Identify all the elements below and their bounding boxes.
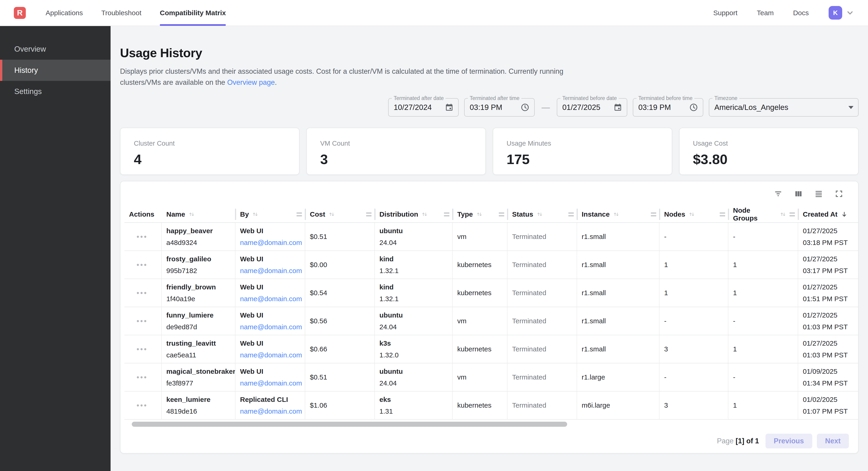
sort-icon[interactable] (536, 211, 544, 218)
calendar-icon[interactable] (445, 103, 454, 112)
column-header[interactable]: By (236, 206, 305, 223)
brand-logo[interactable]: R (14, 7, 26, 19)
user-email-link[interactable]: name@domain.com (240, 267, 302, 275)
column-menu-icon[interactable] (651, 212, 656, 216)
filter-field[interactable]: Terminated after time 03:19 PM (464, 98, 535, 117)
row-actions-button[interactable] (134, 290, 149, 296)
column-header[interactable]: Status (507, 206, 577, 223)
column-menu-icon[interactable] (568, 212, 574, 216)
filter-field-value[interactable]: 03:19 PM (470, 103, 502, 112)
node-groups-cell: - (728, 363, 798, 391)
node-groups-cell: 1 (728, 335, 798, 363)
filter-field-value[interactable]: 03:19 PM (638, 103, 671, 112)
status-cell: Terminated (507, 363, 577, 391)
filter-field[interactable]: Terminated before date 01/27/2025 (557, 98, 627, 117)
sort-icon[interactable] (188, 211, 195, 218)
calendar-icon[interactable] (614, 103, 622, 112)
row-actions-button[interactable] (134, 318, 149, 324)
sidebar-item[interactable]: Overview (0, 38, 111, 60)
distribution-name: ubuntu (379, 227, 450, 235)
created-by-source: Web UI (240, 255, 302, 263)
filter-button[interactable] (774, 189, 782, 198)
column-header[interactable]: Name (162, 206, 236, 223)
filter-field[interactable]: Terminated after date 10/27/2024 (388, 98, 459, 117)
by-cell: Web UI name@domain.com (236, 279, 305, 307)
clock-icon[interactable] (520, 103, 530, 112)
column-menu-icon[interactable] (720, 212, 725, 216)
user-email-link[interactable]: name@domain.com (240, 323, 302, 331)
row-actions-button[interactable] (134, 402, 149, 409)
date-range-separator: — (540, 102, 551, 112)
fullscreen-button[interactable] (835, 189, 843, 198)
distribution-cell: k3s 1.32.0 (375, 335, 453, 363)
clock-icon[interactable] (689, 103, 698, 112)
nav-tab[interactable]: Troubleshoot (101, 0, 142, 26)
sort-icon[interactable] (613, 211, 620, 218)
nodes-cell: - (659, 307, 728, 335)
sidebar-item[interactable]: History (0, 60, 111, 81)
column-header[interactable]: Actions (124, 206, 162, 223)
sidebar-item[interactable]: Settings (0, 81, 111, 102)
column-header[interactable]: Nodes (659, 206, 728, 223)
filter-field-value[interactable]: 10/27/2024 (394, 103, 432, 112)
user-email-link[interactable]: name@domain.com (240, 239, 302, 246)
nav-tab[interactable]: Applications (45, 0, 83, 26)
row-actions-button[interactable] (134, 262, 149, 268)
cost-value: $0.66 (310, 345, 372, 353)
user-email-link[interactable]: name@domain.com (240, 295, 302, 303)
top-navbar: R Applications Troubleshoot Compatibilit… (0, 0, 868, 26)
column-menu-icon[interactable] (789, 212, 795, 216)
column-header[interactable]: Distribution (375, 206, 453, 223)
nav-tab[interactable]: Compatibility Matrix (160, 0, 226, 26)
sort-desc-icon[interactable] (840, 210, 848, 218)
next-page-button[interactable]: Next (817, 434, 849, 448)
columns-button[interactable] (794, 189, 803, 198)
column-menu-icon[interactable] (366, 212, 372, 216)
user-email-link[interactable]: name@domain.com (240, 379, 302, 387)
filter-field[interactable]: Timezone America/Los_Angeles (709, 98, 859, 117)
instance-cell: r1.small (577, 279, 659, 307)
node-groups-cell: - (728, 307, 798, 335)
sort-icon[interactable] (779, 211, 787, 218)
horizontal-scrollbar-thumb[interactable] (132, 422, 567, 427)
sort-icon[interactable] (421, 211, 428, 218)
column-header-label: Created At (803, 210, 838, 218)
page-title: Usage History (120, 46, 859, 60)
sort-icon[interactable] (252, 211, 259, 218)
instance-type: m6i.large (582, 402, 656, 409)
sort-icon[interactable] (476, 211, 483, 218)
column-menu-icon[interactable] (297, 212, 302, 216)
previous-page-button[interactable]: Previous (766, 434, 812, 448)
column-header-label: By (240, 210, 249, 218)
user-avatar[interactable]: K (829, 6, 842, 20)
column-header[interactable]: Type (453, 206, 507, 223)
sort-icon[interactable] (688, 211, 695, 218)
nav-link[interactable]: Team (757, 9, 774, 17)
sort-icon[interactable] (328, 211, 335, 218)
nav-link[interactable]: Docs (793, 9, 809, 17)
row-actions-button[interactable] (134, 346, 149, 353)
column-header[interactable]: Node Groups (728, 206, 798, 223)
filter-field-value[interactable]: 01/27/2025 (562, 103, 600, 112)
distribution-name: kind (379, 255, 450, 263)
column-menu-icon[interactable] (499, 212, 504, 216)
nav-link[interactable]: Support (713, 9, 737, 17)
filter-field[interactable]: Terminated before time 03:19 PM (633, 98, 703, 117)
column-header[interactable]: Created At (798, 206, 859, 223)
distribution-cell: kind 1.32.1 (375, 251, 453, 278)
name-cell: trusting_leavitt cae5ea11 (162, 335, 236, 363)
column-header[interactable]: Instance (577, 206, 659, 223)
status-cell: Terminated (507, 251, 577, 278)
row-actions-button[interactable] (134, 374, 149, 381)
account-menu-button[interactable] (845, 8, 855, 18)
user-email-link[interactable]: name@domain.com (240, 351, 302, 359)
overview-page-link[interactable]: Overview page (227, 78, 275, 86)
row-actions-button[interactable] (134, 233, 149, 240)
stat-card-label: Usage Cost (693, 140, 858, 147)
user-email-link[interactable]: name@domain.com (240, 407, 302, 415)
cluster-id: fe3f8977 (166, 379, 232, 387)
filter-field-value[interactable]: America/Los_Angeles (714, 103, 788, 112)
column-menu-icon[interactable] (444, 212, 450, 216)
density-button[interactable] (814, 189, 823, 198)
column-header[interactable]: Cost (305, 206, 375, 223)
